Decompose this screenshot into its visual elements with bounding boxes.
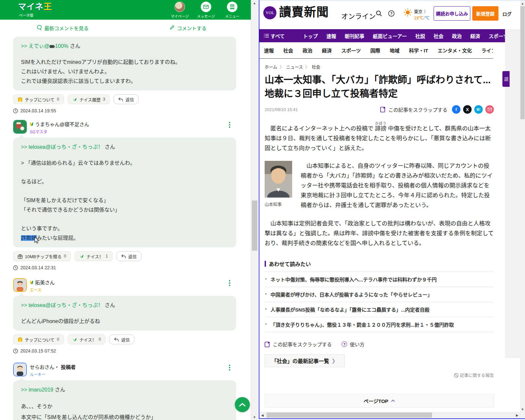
avatar[interactable] (13, 120, 27, 134)
gift-icon (18, 254, 23, 259)
author-name[interactable]: 拓美さん (30, 279, 55, 286)
related-link[interactable]: 中国業者が呼びかけ、日本人が投稿するようになった「やらせレビュー」 (265, 287, 494, 302)
report-article-link[interactable]: 記事に関する報告 (259, 372, 494, 378)
nav-paper-viewer[interactable]: 紙面ビューアー (373, 32, 407, 39)
subnav-international[interactable]: 国際 (370, 47, 380, 54)
breadcrumb-home[interactable]: ホーム (265, 64, 277, 70)
avatar[interactable] (13, 278, 27, 292)
weather-widget[interactable]: 東京 〉 19℃/℃ (403, 8, 429, 20)
search-icon[interactable] (376, 10, 382, 18)
comment-text: という事ですか。 (21, 224, 228, 233)
mineo-header-menu: マイページ メッセージ メニュー (170, 2, 242, 19)
hatena-bookmark-icon[interactable]: B! (474, 105, 483, 114)
comment-text: これはいけません、いけませんわよ。 (21, 67, 228, 76)
scroll-left-arrow[interactable]: ◀ (259, 412, 265, 418)
author-name[interactable]: うまちゃん@寝不足さん (30, 121, 89, 127)
howto-link[interactable]: ? 使い方 (342, 341, 365, 348)
scroll-up-arrow[interactable]: ▲ (520, 0, 525, 6)
login-link[interactable]: ログ (502, 10, 512, 17)
avatar[interactable] (13, 363, 27, 376)
quoted-user-link[interactable]: >> telosea@ぼっち・ざ・ちっぷ！ さん (21, 300, 228, 310)
comment-text: あ、、、そうか (21, 402, 228, 411)
more-options-icon[interactable] (229, 280, 230, 281)
nav-politics[interactable]: 政治 (452, 32, 462, 39)
subnav-regional[interactable]: 地域 (390, 47, 400, 54)
subnav-sokuho[interactable]: 速報 (264, 47, 274, 54)
view-latest-comments-link[interactable]: 最新コメントを見る (0, 20, 125, 36)
subscribe-button[interactable]: 購読お申し込み (434, 6, 470, 21)
tip-button[interactable]: チップについて 0 (13, 94, 64, 104)
tip-button[interactable]: 10MBチップを贈る 0 (13, 251, 71, 261)
scrollbar-thumb[interactable] (520, 6, 525, 119)
mail-share-icon[interactable] (485, 105, 494, 114)
speech-bubble-icon (37, 25, 42, 31)
author-rank-badge: SGマスタ (30, 129, 89, 134)
nav-morning-paper[interactable]: 朝刊記事 (345, 32, 364, 39)
more-options-icon[interactable] (229, 365, 230, 366)
vertical-scrollbar[interactable]: ▲ ▼ (251, 0, 258, 420)
tip-button[interactable]: チップについて 0 (13, 334, 64, 344)
subnav-entertainment[interactable]: エンタメ・文化 (438, 47, 472, 54)
scrap-article-button[interactable]: この記事をスクラップする (380, 106, 447, 113)
pencil-icon (170, 25, 175, 31)
reply-button[interactable]: 返信 (117, 251, 141, 261)
prohibition-icon (454, 373, 459, 378)
message-menu-item[interactable]: メッセージ (196, 2, 216, 19)
x-twitter-icon[interactable]: X (463, 105, 472, 114)
author-name[interactable]: せらおさん・投稿者 (30, 363, 76, 370)
scroll-up-arrow[interactable]: ▲ (251, 0, 258, 6)
yomiuri-logo[interactable]: 讀賣新聞 (279, 6, 329, 18)
nice-button[interactable]: ナイス履歴 3 (68, 94, 110, 104)
more-options-icon[interactable] (229, 122, 230, 123)
list-icon (264, 34, 269, 38)
quoted-user-link[interactable]: >> えでぃ@100% さん (21, 41, 228, 51)
reply-button[interactable]: 返信 (114, 94, 139, 104)
subnav-society[interactable]: 社会 (283, 47, 293, 54)
related-link[interactable]: 「頂き女子りりちゃん」、懲役１３年・罰金１２００万円を求刑...計１・５億円詐取 (265, 317, 494, 332)
subnav-science-it[interactable]: 科学・IT (409, 47, 428, 54)
nav-editorial[interactable]: 社説 (415, 32, 425, 39)
help-icon[interactable]: ? (388, 10, 395, 18)
scroll-down-arrow[interactable]: ▼ (520, 406, 525, 412)
horizontal-scrollbar[interactable]: ◀ ▶ (259, 412, 520, 418)
page-top-button[interactable]: ページTOP (265, 394, 494, 408)
subnav-politics[interactable]: 政治 (303, 47, 312, 54)
scroll-right-arrow[interactable]: ▶ (514, 412, 520, 418)
nav-economy[interactable]: 経済 (470, 32, 480, 39)
comment-actions: チップについて 0 ナイス履歴 3 返信 (13, 94, 236, 104)
quoted-user-link[interactable]: >> telosea@ぼっち・ざ・ちっぷ！ さん (21, 142, 228, 152)
latest-society-articles-button[interactable]: 「社会」の最新記事一覧 〉 (265, 354, 345, 367)
scroll-down-arrow[interactable]: ▼ (251, 414, 258, 420)
mineo-logo[interactable]: マイネ王 (18, 3, 52, 11)
nice-button[interactable]: ナイス！ 1 (75, 251, 113, 261)
scrap-article-button[interactable]: この記事をスクラップする (265, 341, 332, 348)
nice-button[interactable]: ナイス！ 0 (68, 334, 106, 344)
nav-sokuho[interactable]: 速報 (326, 32, 336, 39)
breadcrumb-news[interactable]: ニュース (286, 64, 303, 70)
nav-all[interactable]: すべて (264, 32, 285, 39)
nav-top[interactable]: トップ (303, 32, 318, 39)
comment-author-row: うまちゃん@寝不足さん SGマスタ (13, 120, 236, 134)
scrollbar-thumb[interactable] (252, 200, 257, 251)
yol-logo-badge[interactable]: YOL (263, 6, 276, 19)
related-link[interactable]: ネット中傷対策、侮辱罪に懲役刑導入へ...テラハ事件では科料わずか９千円 (265, 272, 494, 287)
nav-society[interactable]: 社会 (434, 32, 443, 39)
subnav-sports[interactable]: スポーツ (341, 47, 361, 54)
subnav-life[interactable]: ライフ (481, 47, 493, 54)
related-link[interactable]: 人事課長がSNS投稿「なめるなよ」「露骨にエコ贔屓する」...内定者自殺 (265, 302, 494, 317)
quoted-user-link[interactable]: >> imaru2019 さん (21, 385, 228, 394)
write-comment-link[interactable]: コメントする (125, 20, 251, 36)
governor-photo[interactable]: 山本知事 (265, 161, 292, 210)
side-tab[interactable]: 読 (502, 71, 510, 87)
scrollbar-thumb[interactable] (267, 412, 432, 418)
facebook-icon[interactable]: f (452, 105, 460, 114)
primary-nav: すべて トップ 速報 朝刊記事 紙面ビューアー 社説 社会 政治 経済 スポーツ… (259, 29, 525, 42)
subnav-economy[interactable]: 経済 (322, 47, 332, 54)
register-button[interactable]: 新規登録 (472, 6, 498, 21)
reply-button[interactable]: 返信 (109, 334, 134, 344)
main-menu-item[interactable]: メニュー (222, 2, 242, 19)
scroll-to-top-button[interactable] (235, 397, 250, 412)
mypage-menu-item[interactable]: マイページ (170, 2, 190, 19)
breadcrumb-society[interactable]: 社会 (312, 64, 320, 70)
vertical-scrollbar[interactable]: ▲ ▼ (520, 0, 525, 412)
